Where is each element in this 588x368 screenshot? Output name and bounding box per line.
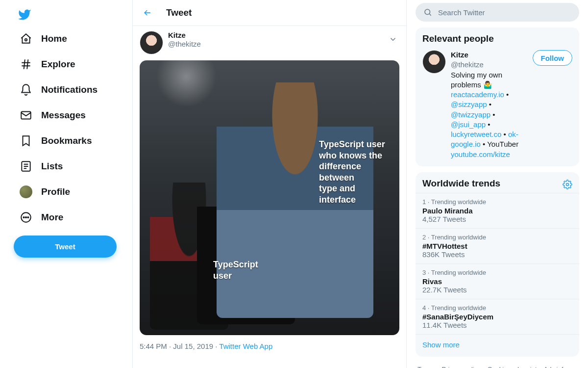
svg-point-8 [566,183,569,185]
search-box[interactable] [416,3,579,22]
meme-caption-left: TypeScript user [213,259,272,281]
nav-label: Lists [41,161,63,172]
list-icon [20,160,32,173]
relevant-avatar[interactable] [422,50,446,74]
footer-link[interactable]: Terms [417,364,435,368]
relevant-display-name[interactable]: Kitze [451,50,528,60]
author-avatar[interactable] [140,31,163,54]
footer-link[interactable]: Imprint [517,364,537,368]
trend-item[interactable]: 1 · Trending worldwide Paulo Miranda 4,5… [416,193,579,228]
nav-lists[interactable]: Lists [14,155,69,178]
author-display-name[interactable]: Kitze [168,31,201,40]
svg-point-6 [27,217,28,218]
trend-count: 4,527 Tweets [422,215,572,223]
trend-item[interactable]: 4 · Trending worldwide #SanaBirŞeyDiycem… [416,299,579,334]
arrow-left-icon [143,8,152,18]
trend-name: #MTVHottest [422,242,572,250]
nav-label: Home [41,33,67,44]
trend-name: #SanaBirŞeyDiycem [422,313,572,321]
main-column: Tweet Kitze @thekitze TypeScript user wh… [132,0,407,368]
nav-explore[interactable]: Explore [14,53,81,76]
tweet-source[interactable]: Twitter Web App [219,342,272,350]
tweet-meta: 5:44 PM · Jul 15, 2019 · Twitter Web App [140,342,399,350]
trend-item[interactable]: 2 · Trending worldwide #MTVHottest 836K … [416,228,579,263]
tweet-more-button[interactable] [387,33,399,46]
primary-nav: Home Explore Notifications Messages [14,27,127,229]
nav-messages[interactable]: Messages [14,104,92,127]
footer-link[interactable]: Privacy policy [441,364,480,368]
meme-caption-right: TypeScript user who knows the difference… [319,139,392,205]
search-input[interactable] [438,8,571,17]
bio-link[interactable]: reactacademy.io [451,90,504,99]
author-handle[interactable]: @thekitze [168,40,201,49]
nav-profile[interactable]: Profile [14,181,76,203]
svg-point-5 [25,217,26,218]
mail-icon [20,109,32,122]
relevant-bio: Solving my own problems 🤷‍♂️ reactacadem… [451,70,528,159]
trends-settings-button[interactable] [563,180,572,189]
relevant-handle[interactable]: @thekitze [451,60,528,70]
trend-count: 22.7K Tweets [422,286,572,294]
search-icon [423,8,432,17]
relevant-person: Kitze @thekitze Solving my own problems … [416,48,579,164]
trend-name: Paulo Miranda [422,207,572,215]
twitter-logo[interactable] [14,4,127,27]
twitter-bird-icon [18,8,31,22]
follow-button[interactable]: Follow [533,50,573,66]
nav-label: More [41,212,63,223]
nav-notifications[interactable]: Notifications [14,79,103,101]
trends-heading: Worldwide trends [422,178,500,191]
svg-point-0 [25,39,27,41]
page-header: Tweet [133,0,406,26]
bell-icon [20,83,32,96]
bio-link[interactable]: @twizzyapp [451,110,490,119]
footer-link[interactable]: Cookies [488,364,511,368]
bio-link[interactable]: youtube.com/kitze [451,150,510,158]
bio-link[interactable]: luckyretweet.co [451,130,501,138]
relevant-people-panel: Relevant people Kitze @thekitze Solving … [416,27,579,166]
nav-label: Messages [41,110,86,121]
tweet-timestamp[interactable]: 5:44 PM · Jul 15, 2019 [140,342,213,350]
nav-label: Profile [41,186,70,197]
nav-label: Bookmarks [41,135,92,146]
bio-link[interactable]: @jsui_app [451,120,486,129]
relevant-heading: Relevant people [416,33,579,48]
trend-count: 836K Tweets [422,250,572,259]
nav-label: Explore [41,59,75,70]
more-icon [20,211,32,224]
svg-point-7 [425,9,430,15]
nav-label: Notifications [41,84,98,95]
gear-icon [563,180,572,189]
footer-links: Terms Privacy policy Cookies Imprint Ads… [416,363,579,368]
nav-more[interactable]: More [14,206,69,229]
trend-name: Rivas [422,277,572,286]
nav-bookmarks[interactable]: Bookmarks [14,130,98,152]
right-column: Relevant people Kitze @thekitze Solving … [407,0,588,368]
page-title: Tweet [166,7,192,18]
footer-link[interactable]: Ads info [544,364,567,368]
svg-point-4 [24,217,24,218]
bookmark-icon [20,134,32,147]
chevron-down-icon [389,35,397,44]
nav-home[interactable]: Home [14,27,73,50]
home-icon [20,32,32,45]
tweet-image[interactable]: TypeScript user who knows the difference… [140,60,399,335]
sidebar: Home Explore Notifications Messages [0,0,132,368]
tweet: Kitze @thekitze TypeScript user who know… [133,26,406,357]
back-button[interactable] [140,5,155,21]
trend-count: 11.4K Tweets [422,321,572,329]
avatar-icon [20,185,32,198]
trend-item[interactable]: 3 · Trending worldwide Rivas 22.7K Tweet… [416,263,579,299]
hash-icon [20,58,32,71]
trends-panel: Worldwide trends 1 · Trending worldwide … [416,172,579,357]
bio-link[interactable]: @sizzyapp [451,100,487,108]
trends-show-more[interactable]: Show more [416,334,579,355]
compose-tweet-button[interactable]: Tweet [14,236,117,258]
